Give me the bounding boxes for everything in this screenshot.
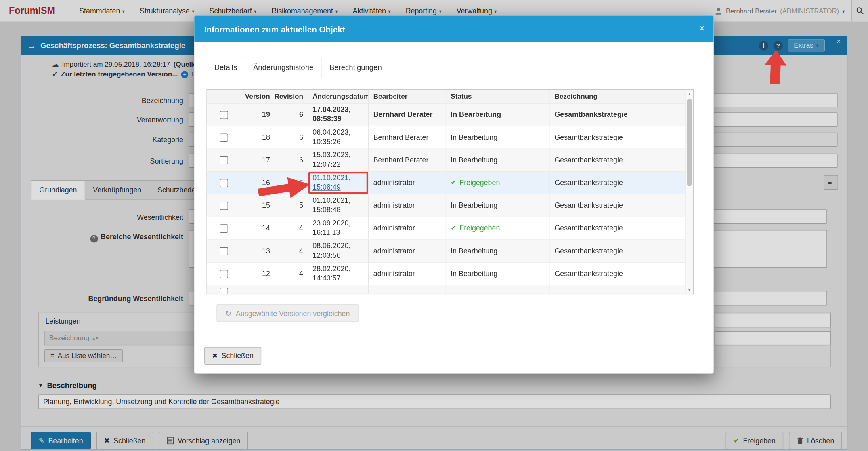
check-icon: ✔: [451, 179, 456, 187]
status-cell: In Bearbeitung: [446, 103, 550, 126]
annotation-arrow-up: [764, 49, 787, 86]
name-header: Bezeichnung: [550, 90, 685, 103]
editor-cell: Bernhard Berater: [369, 103, 447, 126]
table-row: 18 6 06.04.2023, 10:35:26 Bernhard Berat…: [207, 126, 686, 149]
name-cell: [550, 285, 685, 294]
version-date-link[interactable]: 01.10.2021, 15:08:49: [312, 173, 364, 192]
modal-close-icon[interactable]: ×: [699, 23, 705, 34]
row-checkbox[interactable]: [220, 247, 228, 255]
version-cell: 18: [241, 126, 275, 149]
editor-cell: Bernhard Berater: [369, 126, 447, 149]
editor-cell: administrator: [369, 263, 447, 285]
date-cell: 14.02.2020: [308, 285, 369, 294]
row-checkbox[interactable]: [220, 224, 228, 233]
date-cell: 01.10.2021, 15:08:48: [308, 194, 369, 217]
name-cell: Gesamtbankstrategie: [550, 263, 685, 285]
date-cell: 06.04.2023, 10:35:26: [308, 126, 369, 149]
name-cell: Gesamtbankstrategie: [550, 194, 685, 217]
modal-title: Informationen zum aktuellen Objekt: [204, 24, 345, 34]
version-cell: 14: [241, 217, 275, 240]
status-header: Status: [446, 90, 550, 103]
tab-aenderungshistorie[interactable]: Änderungshistorie: [245, 57, 321, 78]
date-cell: 23.09.2020, 16:11:13: [308, 217, 369, 240]
revision-cell: [275, 285, 308, 294]
row-checkbox[interactable]: [220, 201, 228, 210]
modal-tabs: Details Änderungshistorie Berechtigungen: [206, 53, 701, 78]
date-header: Änderungsdatum: [308, 90, 369, 103]
revision-cell: 6: [275, 149, 308, 171]
editor-cell: administrator: [369, 172, 447, 194]
date-cell: 08.06.2020, 12:03:56: [308, 240, 369, 262]
table-scrollbar[interactable]: ▲ ▼: [686, 90, 693, 294]
name-cell: Gesamtbankstrategie: [550, 149, 685, 171]
revision-cell: 6: [275, 103, 308, 126]
name-cell: Gesamtbankstrategie: [550, 126, 685, 149]
status-cell: ✔Freigegeben: [446, 172, 550, 194]
scroll-up-icon[interactable]: ▲: [686, 90, 693, 97]
editor-cell: [369, 285, 447, 294]
scrollbar-thumb[interactable]: [687, 99, 692, 186]
status-cell: ✔Freigegeben: [446, 217, 550, 240]
row-checkbox[interactable]: [220, 270, 228, 278]
scroll-down-icon[interactable]: ▼: [686, 286, 693, 294]
version-cell: 17: [241, 149, 275, 171]
date-cell: 15.03.2023, 12:07:22: [308, 149, 369, 171]
modal-header: Informationen zum aktuellen Objekt ×: [194, 15, 713, 42]
refresh-icon: ↻: [225, 309, 231, 317]
close-icon: ✖: [212, 352, 218, 359]
modal-footer: ✖ Schließen: [194, 337, 713, 373]
table-row-partial: 14.02.2020: [207, 285, 686, 294]
revision-header: Revision: [275, 90, 308, 103]
name-cell: Gesamtbankstrategie: [550, 240, 685, 262]
revision-cell: 4: [275, 217, 308, 240]
status-cell: In Bearbeitung: [446, 126, 550, 149]
compare-versions-button[interactable]: ↻ Ausgewählte Versionen vergleichen: [216, 304, 359, 322]
tab-berechtigungen[interactable]: Berechtigungen: [322, 57, 390, 78]
table-row: 13 4 08.06.2020, 12:03:56 administrator …: [207, 240, 686, 263]
table-row: 19 6 17.04.2023, 08:58:39 Bernhard Berat…: [207, 103, 686, 126]
version-cell: 19: [241, 103, 275, 126]
check-icon: ✔: [451, 224, 456, 232]
row-checkbox[interactable]: [220, 133, 228, 142]
table-row: 12 4 28.02.2020, 14:43:57 administrator …: [207, 263, 686, 285]
row-checkbox[interactable]: [220, 111, 228, 119]
status-cell: In Bearbeitung: [446, 240, 550, 262]
status-cell: [446, 285, 550, 294]
version-cell: 12: [241, 263, 275, 285]
revision-cell: 4: [275, 263, 308, 285]
status-cell: In Bearbeitung: [446, 194, 550, 217]
name-cell: Gesamtbankstrategie: [550, 103, 685, 126]
revision-cell: 4: [275, 240, 308, 262]
status-cell: In Bearbeitung: [446, 149, 550, 171]
version-header: Version: [241, 90, 275, 103]
date-cell: 01.10.2021, 15:08:49: [308, 172, 369, 194]
revision-cell: 6: [275, 126, 308, 149]
table-header-row: Version Revision Änderungsdatum Bearbeit…: [207, 90, 686, 103]
editor-cell: administrator: [369, 217, 447, 240]
version-cell: 13: [241, 240, 275, 262]
table-row: 14 4 23.09.2020, 16:11:13 administrator …: [207, 217, 686, 240]
version-cell: [241, 285, 275, 294]
tab-details[interactable]: Details: [206, 57, 245, 78]
screen: ForumISM Stammdaten▾ Strukturanalyse▾ Sc…: [0, 0, 868, 451]
status-cell: In Bearbeitung: [446, 263, 550, 285]
editor-cell: administrator: [369, 240, 447, 262]
checkbox-column-header: [207, 90, 241, 103]
name-cell: Gesamtbankstrategie: [550, 217, 685, 240]
row-checkbox[interactable]: [220, 156, 228, 164]
editor-cell: administrator: [369, 194, 447, 217]
modal-schliessen-button[interactable]: ✖ Schließen: [204, 347, 261, 365]
table-row: 17 6 15.03.2023, 12:07:22 Bernhard Berat…: [207, 149, 686, 172]
row-checkbox[interactable]: [220, 179, 228, 187]
date-cell: 28.02.2020, 14:43:57: [308, 263, 369, 285]
editor-cell: Bernhard Berater: [369, 149, 447, 171]
editor-header: Bearbeiter: [369, 90, 447, 103]
name-cell: Gesamtbankstrategie: [550, 172, 685, 194]
row-checkbox[interactable]: [220, 288, 228, 294]
date-cell: 17.04.2023, 08:58:39: [308, 103, 369, 126]
